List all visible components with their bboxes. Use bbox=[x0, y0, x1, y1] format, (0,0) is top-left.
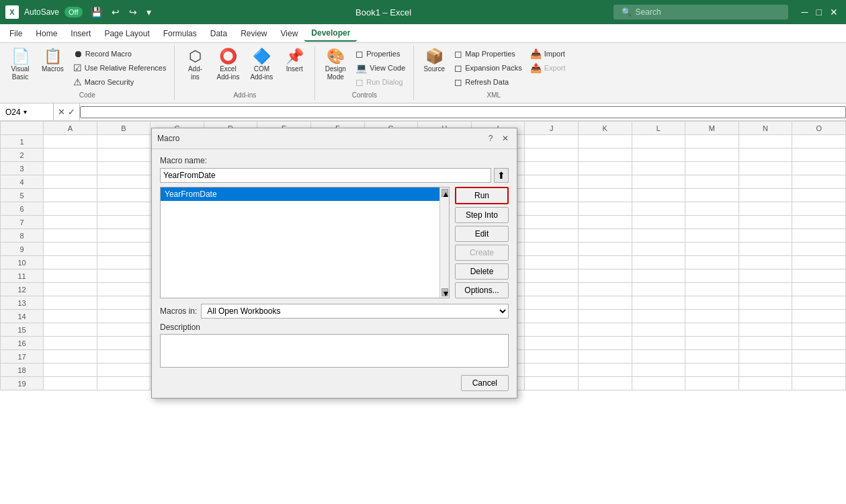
dialog-title: Macro bbox=[157, 134, 179, 143]
confirm-formula-icon[interactable]: ✓ bbox=[68, 107, 75, 117]
import-button[interactable]: 📥 Import bbox=[527, 47, 568, 60]
addins-group-label: Add-ins bbox=[233, 89, 256, 99]
menu-view[interactable]: View bbox=[274, 26, 305, 41]
search-box[interactable]: 🔍 bbox=[614, 5, 788, 19]
map-properties-button[interactable]: ◻ Map Properties bbox=[452, 47, 524, 60]
code-group-items: 📄 VisualBasic 📋 Macros ⏺ Record Macro ☑ … bbox=[5, 47, 169, 89]
cell-ref-dropdown-icon[interactable]: ▾ bbox=[24, 108, 27, 116]
view-code-button[interactable]: 💻 View Code bbox=[353, 61, 408, 75]
save-icon[interactable]: 💾 bbox=[88, 5, 105, 19]
close-icon[interactable]: ✕ bbox=[827, 5, 841, 19]
code-group-label: Code bbox=[79, 89, 95, 99]
macro-list-container: YearFromDate ▲ ▼ bbox=[160, 187, 450, 298]
macros-icon: 📋 bbox=[44, 49, 62, 64]
create-button[interactable]: Create bbox=[455, 245, 509, 261]
com-add-ins-button[interactable]: 🔷 COMAdd-ins bbox=[246, 47, 277, 83]
visual-basic-icon: 📄 bbox=[11, 49, 30, 64]
use-relative-references-button[interactable]: ☑ Use Relative References bbox=[71, 61, 169, 75]
excel-add-ins-button[interactable]: ⭕ ExcelAdd-ins bbox=[212, 47, 243, 83]
dialog-footer: Macros in: All Open Workbooks This Workb… bbox=[160, 304, 509, 391]
redo-icon[interactable]: ↪ bbox=[126, 5, 140, 19]
minimize-icon[interactable]: ─ bbox=[799, 5, 811, 19]
dialog-main-content: YearFromDate ▲ ▼ Run Step Into Edit bbox=[160, 187, 509, 298]
menu-formulas[interactable]: Formulas bbox=[157, 26, 204, 41]
formula-input[interactable] bbox=[80, 106, 846, 118]
dialog-close-button[interactable]: ✕ bbox=[499, 132, 511, 144]
properties-button[interactable]: ◻ Properties bbox=[353, 47, 408, 60]
insert-button[interactable]: 📌 Insert bbox=[280, 47, 309, 75]
menu-developer[interactable]: Developer bbox=[304, 26, 357, 42]
formula-bar: O24 ▾ ✕ ✓ bbox=[0, 103, 846, 121]
ribbon-group-addins: ⬡ Add-ins ⭕ ExcelAdd-ins 🔷 COMAdd-ins 📌 … bbox=[175, 46, 315, 100]
app-logo: X bbox=[5, 5, 19, 19]
cancel-button[interactable]: Cancel bbox=[461, 375, 509, 391]
controls-group-label: Controls bbox=[352, 89, 377, 99]
menu-pagelayout[interactable]: Page Layout bbox=[97, 26, 156, 41]
step-into-button[interactable]: Step Into bbox=[455, 207, 509, 223]
dialog-titlebar[interactable]: Macro ? ✕ bbox=[152, 128, 517, 149]
dialog-window-controls: ? ✕ bbox=[484, 132, 511, 144]
expansion-packs-icon: ◻ bbox=[454, 62, 462, 73]
ribbon-group-code: 📄 VisualBasic 📋 Macros ⏺ Record Macro ☑ … bbox=[0, 46, 175, 100]
search-input[interactable] bbox=[636, 7, 780, 17]
macro-list-item[interactable]: YearFromDate bbox=[161, 187, 449, 201]
export-button[interactable]: 📤 Export bbox=[527, 61, 568, 75]
insert-icon: 📌 bbox=[286, 49, 304, 64]
undo-icon[interactable]: ↩ bbox=[109, 5, 122, 19]
addins-group-items: ⬡ Add-ins ⭕ ExcelAdd-ins 🔷 COMAdd-ins 📌 … bbox=[180, 47, 309, 89]
search-icon: 🔍 bbox=[622, 7, 632, 17]
run-button[interactable]: Run bbox=[455, 187, 509, 204]
run-dialog-button[interactable]: ◻ Run Dialog bbox=[353, 75, 408, 89]
macro-security-button[interactable]: ⚠ Macro Security bbox=[71, 75, 169, 89]
macro-list: YearFromDate bbox=[161, 187, 449, 201]
scroll-up-arrow[interactable]: ▲ bbox=[441, 189, 448, 197]
autosave-toggle[interactable]: Off bbox=[65, 7, 82, 17]
quick-access-toolbar: 💾 ↩ ↪ ▾ bbox=[88, 5, 154, 19]
menu-file[interactable]: File bbox=[3, 26, 29, 41]
content-area: A B C D E F G H I J K L M N O 1 bbox=[0, 121, 846, 504]
excel-add-ins-icon: ⭕ bbox=[219, 49, 237, 64]
dialog-help-button[interactable]: ? bbox=[484, 132, 497, 144]
menu-insert[interactable]: Insert bbox=[64, 26, 97, 41]
customize-icon[interactable]: ▾ bbox=[144, 5, 154, 19]
add-ins-icon: ⬡ bbox=[189, 49, 202, 64]
formula-bar-icons: ✕ ✓ bbox=[54, 103, 80, 120]
cancel-formula-icon[interactable]: ✕ bbox=[58, 107, 65, 117]
xml-small-buttons: ◻ Map Properties ◻ Expansion Packs ◻ Ref… bbox=[452, 47, 524, 89]
xml-group-items: 📦 Source ◻ Map Properties ◻ Expansion Pa… bbox=[419, 47, 568, 89]
cell-reference[interactable]: O24 ▾ bbox=[0, 103, 54, 120]
macros-in-select[interactable]: All Open Workbooks This Workbook bbox=[201, 304, 509, 319]
import-icon: 📥 bbox=[530, 48, 542, 59]
macros-in-label: Macros in: bbox=[160, 306, 197, 316]
menu-home[interactable]: Home bbox=[29, 26, 64, 41]
source-button[interactable]: 📦 Source bbox=[419, 47, 449, 75]
expansion-packs-button[interactable]: ◻ Expansion Packs bbox=[452, 61, 524, 75]
add-ins-button[interactable]: ⬡ Add-ins bbox=[180, 47, 210, 83]
menu-bar: File Home Insert Page Layout Formulas Da… bbox=[0, 24, 846, 43]
scroll-down-arrow[interactable]: ▼ bbox=[441, 288, 448, 296]
app-title: Book1 – Excel bbox=[159, 7, 608, 17]
ribbon-group-controls: 🎨 DesignMode ◻ Properties 💻 View Code ◻ … bbox=[315, 46, 414, 100]
edit-button[interactable]: Edit bbox=[455, 226, 509, 242]
macros-button[interactable]: 📋 Macros bbox=[38, 47, 68, 75]
map-properties-icon: ◻ bbox=[454, 48, 462, 59]
sheet-container[interactable]: A B C D E F G H I J K L M N O 1 bbox=[0, 121, 846, 504]
export-icon: 📤 bbox=[530, 62, 542, 73]
visual-basic-button[interactable]: 📄 VisualBasic bbox=[5, 47, 35, 83]
delete-button[interactable]: Delete bbox=[455, 263, 509, 280]
menu-data[interactable]: Data bbox=[204, 26, 234, 41]
description-textarea[interactable] bbox=[160, 334, 509, 368]
macro-scrollbar[interactable]: ▲ ▼ bbox=[439, 187, 449, 298]
macro-name-up-button[interactable]: ⬆ bbox=[494, 168, 509, 183]
macro-security-icon: ⚠ bbox=[73, 77, 82, 87]
com-add-ins-icon: 🔷 bbox=[253, 49, 271, 64]
refresh-data-button[interactable]: ◻ Refresh Data bbox=[452, 75, 524, 89]
menu-review[interactable]: Review bbox=[234, 26, 273, 41]
record-macro-button[interactable]: ⏺ Record Macro bbox=[71, 47, 169, 60]
design-mode-button[interactable]: 🎨 DesignMode bbox=[321, 47, 350, 83]
ribbon: 📄 VisualBasic 📋 Macros ⏺ Record Macro ☑ … bbox=[0, 43, 846, 103]
maximize-icon[interactable]: □ bbox=[814, 5, 824, 19]
xml-group-label: XML bbox=[487, 89, 501, 99]
macro-name-input[interactable] bbox=[160, 168, 491, 183]
options-button[interactable]: Options... bbox=[455, 282, 509, 298]
